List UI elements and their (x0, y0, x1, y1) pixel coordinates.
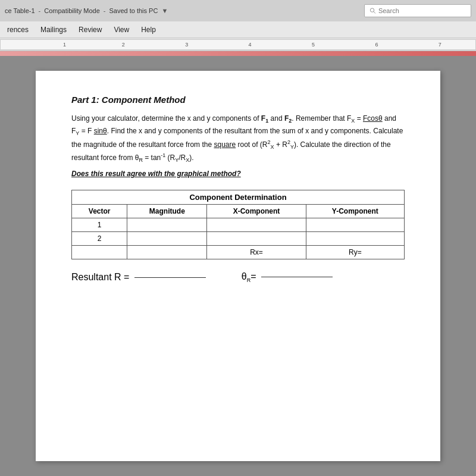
menu-help[interactable]: Help (139, 24, 158, 35)
menu-mailings[interactable]: Mailings (38, 24, 69, 35)
search-icon (369, 7, 376, 14)
rx-label: Rx= (207, 246, 306, 259)
body-paragraph: Using your calculator, determine the x a… (71, 113, 405, 165)
resultant-row: Resultant R = θR= (71, 271, 405, 283)
menu-references[interactable]: rences (5, 24, 31, 35)
ry-label: Ry= (306, 246, 404, 259)
svg-line-1 (374, 11, 375, 13)
search-input[interactable] (378, 7, 466, 14)
sum-magnitude (127, 246, 207, 259)
vector-2: 2 (72, 232, 127, 246)
y-comp-1 (306, 218, 404, 232)
vector-1: 1 (72, 218, 127, 232)
title-bar: ce Table-1 - Compatibility Mode - Saved … (0, 0, 476, 21)
y-comp-2 (306, 232, 404, 246)
menu-bar: rences Mailings Review View Help (0, 21, 476, 38)
menu-review[interactable]: Review (76, 24, 104, 35)
table-row: 2 (72, 232, 405, 246)
search-box[interactable] (364, 4, 471, 17)
resultant-label: Resultant R = (71, 272, 206, 283)
document-page: Part 1: Component Method Using your calc… (36, 71, 440, 461)
x-comp-1 (207, 218, 306, 232)
saved-status: Saved to this PC (109, 7, 158, 14)
magnitude-1 (127, 218, 207, 232)
sum-label (72, 246, 127, 259)
ruler: 1 2 3 4 5 6 7 (0, 38, 476, 51)
col-header-y: Y-Component (306, 205, 404, 218)
scroll-area: Part 1: Component Method Using your calc… (0, 56, 476, 476)
doc-title: ce Table-1 (5, 7, 35, 14)
menu-view[interactable]: View (111, 24, 131, 35)
accent-bar (0, 51, 476, 56)
col-header-magnitude: Magnitude (127, 205, 207, 218)
compatibility-mode: Compatibility Mode (44, 7, 100, 14)
svg-point-0 (370, 8, 374, 12)
resultant-line (134, 277, 206, 278)
col-header-vector: Vector (72, 205, 127, 218)
col-header-x: X-Component (207, 205, 306, 218)
x-comp-2 (207, 232, 306, 246)
component-table: Vector Magnitude X-Component Y-Component… (71, 204, 405, 259)
question-text: Does this result agree with the graphica… (71, 170, 405, 178)
table-row: 1 (72, 218, 405, 232)
theta-label: θR= (242, 271, 333, 283)
component-table-wrapper: Component Determination Vector Magnitude… (71, 190, 405, 259)
theta-line (261, 277, 333, 277)
table-row-sum: Rx= Ry= (72, 246, 405, 259)
magnitude-2 (127, 232, 207, 246)
table-title: Component Determination (71, 190, 405, 204)
section-title: Part 1: Component Method (71, 95, 405, 105)
